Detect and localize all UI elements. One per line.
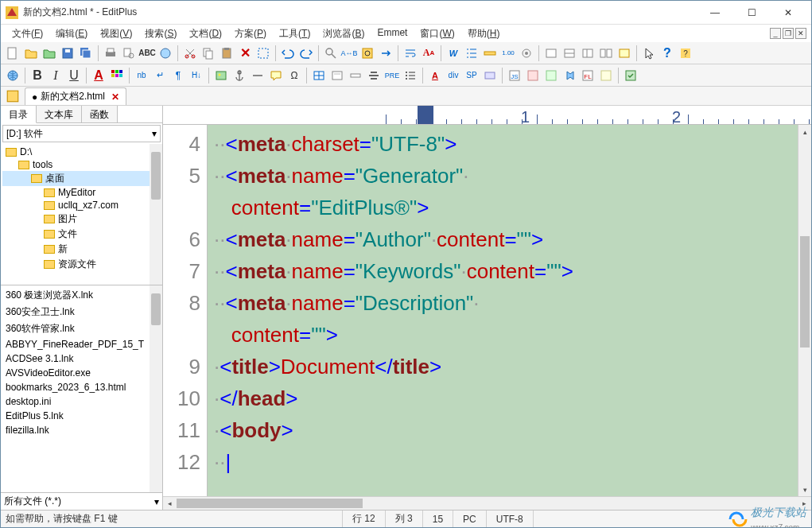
scrollbar-horizontal[interactable]: ◂ ▸ bbox=[163, 496, 811, 510]
underline-button[interactable]: U bbox=[65, 67, 83, 84]
new-file-button[interactable] bbox=[4, 45, 21, 62]
comment-button[interactable] bbox=[267, 67, 285, 84]
tab-close-button[interactable]: ✕ bbox=[111, 91, 119, 103]
scroll-down-button[interactable]: ▾ bbox=[798, 483, 811, 496]
close-button[interactable]: ✕ bbox=[770, 2, 806, 24]
applet-button[interactable] bbox=[524, 67, 542, 84]
window-list-button[interactable] bbox=[597, 45, 615, 62]
select-all-button[interactable] bbox=[254, 45, 272, 62]
mdi-restore-button[interactable]: ❐ bbox=[783, 28, 794, 39]
image-button[interactable] bbox=[212, 67, 230, 84]
print-button[interactable] bbox=[102, 45, 119, 62]
bold-button[interactable]: B bbox=[29, 67, 46, 84]
code-line[interactable]: ··<meta·name="Description"· bbox=[214, 287, 798, 319]
globe-icon[interactable] bbox=[4, 67, 21, 84]
document-tab[interactable]: ● 新的文档2.html ✕ bbox=[25, 87, 126, 105]
input-button[interactable] bbox=[347, 67, 364, 84]
menu-item[interactable]: 帮助(H) bbox=[461, 25, 507, 42]
code-line[interactable]: ··<meta·charset="UTF-8"> bbox=[214, 128, 798, 160]
output-button[interactable] bbox=[561, 45, 578, 62]
undo-button[interactable] bbox=[279, 45, 297, 62]
drive-selector[interactable]: [D:] 软件 ▾ bbox=[2, 125, 161, 142]
folder-tree[interactable]: D:\tools桌面MyEditorucllq_xz7.com图片文件新资源文件 bbox=[1, 144, 162, 285]
code-line[interactable]: ·<title>Document</title> bbox=[214, 351, 798, 382]
break-button[interactable]: ↵ bbox=[151, 67, 169, 84]
maximize-button[interactable]: ☐ bbox=[733, 2, 770, 24]
delete-button[interactable]: ✕ bbox=[236, 45, 254, 62]
find-button[interactable] bbox=[322, 45, 340, 62]
context-help-button[interactable]: ? bbox=[677, 45, 694, 62]
ruler-button[interactable] bbox=[481, 45, 499, 62]
file-item[interactable]: 360 极速浏览器X.lnk bbox=[2, 287, 161, 304]
font-button[interactable]: AA bbox=[420, 45, 437, 62]
cliptext-button[interactable] bbox=[579, 45, 596, 62]
copy-button[interactable] bbox=[200, 45, 217, 62]
code-line[interactable]: content="EditPlus®"> bbox=[214, 192, 798, 223]
minimize-button[interactable]: — bbox=[697, 2, 733, 24]
menu-item[interactable]: 文档(D) bbox=[183, 25, 228, 42]
file-item[interactable]: ABBYY_FineReader_PDF_15_T bbox=[2, 337, 161, 351]
scrollbar[interactable] bbox=[150, 144, 162, 285]
open-remote-button[interactable] bbox=[41, 45, 58, 62]
menu-item[interactable]: 编辑(E) bbox=[49, 25, 94, 42]
menu-item[interactable]: 搜索(S) bbox=[138, 25, 183, 42]
pre-button[interactable]: PRE bbox=[383, 67, 401, 84]
nbsp-button[interactable]: nb bbox=[133, 67, 150, 84]
color-grid-button[interactable] bbox=[108, 67, 126, 84]
flash-button[interactable]: FL bbox=[579, 67, 596, 84]
scrollbar[interactable] bbox=[150, 285, 162, 492]
save-button[interactable] bbox=[59, 45, 76, 62]
redo-button[interactable] bbox=[297, 45, 315, 62]
print-preview-button[interactable] bbox=[120, 45, 138, 62]
center-button[interactable] bbox=[365, 67, 383, 84]
code-line[interactable]: ··<meta·name="Generator"· bbox=[214, 160, 798, 192]
scrollbar-vertical[interactable]: ▴ ▾ bbox=[798, 125, 811, 496]
link-button[interactable]: A bbox=[426, 67, 444, 84]
line-number-button[interactable] bbox=[463, 45, 480, 62]
home-icon[interactable] bbox=[6, 89, 20, 103]
tree-item[interactable]: 文件 bbox=[2, 227, 161, 242]
object-button[interactable] bbox=[542, 67, 560, 84]
heading-button[interactable]: H↓ bbox=[188, 67, 205, 84]
file-item[interactable]: desktop.ini bbox=[2, 394, 161, 409]
anchor-button[interactable] bbox=[231, 67, 248, 84]
word-wrap-button[interactable] bbox=[402, 45, 419, 62]
tree-item[interactable]: D:\ bbox=[2, 146, 161, 158]
tree-item[interactable]: 桌面 bbox=[2, 171, 161, 186]
save-all-button[interactable] bbox=[77, 45, 95, 62]
code-line[interactable]: ··| bbox=[214, 446, 798, 478]
sidebar-tab[interactable]: 函数 bbox=[82, 106, 118, 122]
mdi-min-button[interactable]: _ bbox=[770, 28, 781, 39]
menu-item[interactable]: 文件(F) bbox=[6, 25, 49, 42]
sidebar-tab[interactable]: 目录 bbox=[1, 106, 37, 123]
special-char-button[interactable]: Ω bbox=[286, 67, 303, 84]
code-line[interactable]: ··<meta·name="Keywords"·content=""> bbox=[214, 255, 798, 287]
spell-check-button[interactable]: ABC bbox=[138, 45, 156, 62]
file-item[interactable]: filezilla.lnk bbox=[2, 423, 161, 437]
project-button[interactable] bbox=[616, 45, 633, 62]
mdi-close-button[interactable]: ✕ bbox=[795, 28, 806, 39]
code-line[interactable]: ·</head> bbox=[214, 382, 798, 414]
html-toolbar-button[interactable]: W bbox=[445, 45, 462, 62]
menu-item[interactable]: 方案(P) bbox=[228, 25, 273, 42]
file-item[interactable]: bookmarks_2023_6_13.html bbox=[2, 380, 161, 394]
help-button[interactable]: ? bbox=[659, 45, 676, 62]
editor-viewport[interactable]: 45 678 9101112 ··<meta·charset="UTF-8">·… bbox=[163, 125, 811, 496]
tree-item[interactable]: ucllq_xz7.com bbox=[2, 199, 161, 212]
code-line[interactable]: ··<meta·name="Author"·content=""> bbox=[214, 223, 798, 255]
tree-item[interactable]: MyEditor bbox=[2, 186, 161, 199]
directory-button[interactable] bbox=[542, 45, 560, 62]
find-in-files-button[interactable] bbox=[359, 45, 376, 62]
browser-preview-button[interactable] bbox=[157, 45, 174, 62]
replace-button[interactable]: A↔B bbox=[340, 45, 358, 62]
cut-button[interactable] bbox=[181, 45, 199, 62]
menu-item[interactable]: 窗口(W) bbox=[414, 25, 460, 42]
code-line[interactable]: ·<body> bbox=[214, 414, 798, 446]
object2-button[interactable] bbox=[597, 67, 615, 84]
file-item[interactable]: EditPlus 5.lnk bbox=[2, 409, 161, 423]
file-list[interactable]: 360 极速浏览器X.lnk360安全卫士.lnk360软件管家.lnkABBY… bbox=[1, 285, 162, 492]
file-item[interactable]: ACDSee 3.1.lnk bbox=[2, 351, 161, 366]
tree-item[interactable]: 资源文件 bbox=[2, 257, 161, 272]
cursor-button[interactable] bbox=[640, 45, 658, 62]
goto-line-button[interactable] bbox=[377, 45, 394, 62]
